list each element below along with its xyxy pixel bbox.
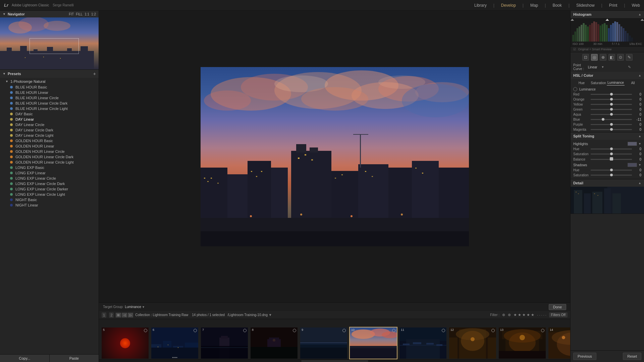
slider-thumb[interactable]: [610, 174, 613, 176]
slider-thumb[interactable]: [610, 93, 613, 96]
radial-filter[interactable]: ⊙: [617, 54, 624, 61]
filmstrip-item-5[interactable]: 5: [101, 327, 149, 359]
preset-day-linear-circle[interactable]: DAY Linear Circle: [0, 122, 99, 127]
preset-blue-hour-linear[interactable]: BLUE HOUR Linear: [0, 90, 99, 95]
preset-blue-hour-linear-circle[interactable]: BLUE HOUR Linear Circle: [0, 95, 99, 101]
slider-thumb[interactable]: [610, 103, 613, 106]
preset-long-exp-linear[interactable]: LONG EXP Linear: [0, 170, 99, 176]
preset-day-linear-circle-light[interactable]: DAY Linear Circle Light: [0, 133, 99, 138]
hsl-tab-saturation[interactable]: Saturation: [590, 80, 607, 85]
filmstrip-item-6[interactable]: 6: [151, 327, 199, 359]
slider-thumb[interactable]: [610, 123, 613, 126]
filter-icon-1[interactable]: ⊕: [502, 313, 505, 317]
preset-day-linear[interactable]: DAY Linear: [0, 117, 99, 122]
preset-day-linear-circle-dark[interactable]: DAY Linear Circle Dark: [0, 127, 99, 133]
slider-thumb[interactable]: [610, 128, 613, 131]
split-toning-header[interactable]: Split Toning ▲: [571, 132, 644, 140]
nav-web[interactable]: Web: [632, 3, 640, 8]
balance-thumb[interactable]: [610, 157, 613, 161]
nav-next[interactable]: ▷: [128, 313, 133, 317]
graduated-filter[interactable]: ◧: [608, 54, 615, 61]
target-group-dropdown-icon[interactable]: ▼: [142, 305, 145, 309]
preset-night-linear[interactable]: NIGHT Linear: [0, 202, 99, 208]
filmstrip-item-12[interactable]: 12: [448, 327, 497, 359]
slider-thumb[interactable]: [610, 108, 613, 111]
filmstrip-item-8[interactable]: 8: [250, 327, 298, 359]
reset-button[interactable]: Reset: [623, 353, 641, 360]
curve-edit-icon[interactable]: ✎: [628, 65, 641, 69]
slider-track[interactable]: [591, 119, 632, 120]
slider-track[interactable]: [591, 148, 632, 149]
hsl-target-btn[interactable]: [573, 87, 577, 91]
preset-golden-hour-linear-circle-light[interactable]: GOLDEN HOUR Linear Circle Light: [0, 160, 99, 165]
zoom-fit[interactable]: FIT: [69, 12, 74, 16]
slider-track[interactable]: [591, 170, 632, 171]
slider-thumb[interactable]: [610, 147, 613, 150]
filmstrip-item-11[interactable]: 11: [399, 327, 447, 359]
view-compare[interactable]: 2: [109, 312, 114, 318]
nav-library[interactable]: Library: [474, 3, 487, 8]
slider-track[interactable]: [591, 129, 632, 130]
preset-blue-hour-basic[interactable]: BLUE HOUR Basic: [0, 84, 99, 90]
hsl-tab-luminance[interactable]: Luminance: [607, 80, 625, 85]
view-grid[interactable]: ⊞: [116, 313, 121, 317]
view-single[interactable]: 1: [102, 312, 106, 318]
smart-preview-checkbox[interactable]: ☑: [573, 48, 576, 51]
slider-track[interactable]: [591, 94, 632, 95]
nav-slideshow[interactable]: Slideshow: [576, 3, 595, 8]
nav-develop[interactable]: Develop: [501, 3, 516, 8]
hsl-header[interactable]: HSL / Color ▲: [571, 72, 644, 79]
highlights-color-picker[interactable]: [628, 142, 637, 146]
copy-button[interactable]: Copy...: [0, 355, 50, 362]
previous-button[interactable]: Previous: [573, 353, 596, 360]
slider-thumb[interactable]: [610, 153, 613, 155]
preset-long-exp-linear-circle-dark[interactable]: LONG EXP Linear Circle Dark: [0, 181, 99, 186]
filters-off-button[interactable]: Filters Off: [549, 312, 568, 317]
filmstrip-item-9[interactable]: 9: [300, 327, 348, 359]
balance-track[interactable]: [591, 159, 632, 160]
preset-day-basic[interactable]: DAY Basic: [0, 111, 99, 117]
preset-long-exp-basic[interactable]: LONG EXP Basic: [0, 165, 99, 170]
hsl-tab-all[interactable]: All: [625, 80, 641, 85]
preset-golden-hour-basic[interactable]: GOLDEN HOUR Basic: [0, 138, 99, 143]
point-curve-value[interactable]: Linear: [588, 65, 601, 69]
highlights-dropdown[interactable]: ▼: [638, 142, 641, 145]
filename-dropdown-icon[interactable]: ▼: [269, 313, 272, 317]
slider-track[interactable]: [591, 124, 632, 125]
histogram-toggle[interactable]: ▲: [638, 13, 641, 16]
presets-add-button[interactable]: +: [93, 71, 96, 76]
shadows-dropdown[interactable]: ▼: [638, 163, 641, 167]
preset-night-basic[interactable]: NIGHT Basic: [0, 197, 99, 202]
histogram-header[interactable]: Histogram ▲: [571, 11, 644, 18]
filmstrip-item-10[interactable]: 10: [349, 327, 397, 359]
shadows-color-picker[interactable]: [628, 163, 637, 167]
zoom-1-1[interactable]: 1:1: [85, 12, 89, 16]
filmstrip-item-13[interactable]: 13: [498, 327, 546, 359]
zoom-fill[interactable]: FILL: [76, 12, 83, 16]
detail-header[interactable]: Detail ▲: [571, 179, 644, 187]
preset-group-header[interactable]: ▼ 1-Photoserge Natural: [0, 78, 99, 84]
crop-tool[interactable]: ⊡: [582, 54, 589, 61]
preset-golden-hour-linear-circle[interactable]: GOLDEN HOUR Linear Circle: [0, 149, 99, 154]
slider-track[interactable]: [591, 154, 632, 155]
slider-thumb[interactable]: [610, 98, 613, 101]
filter-stars[interactable]: ★ ★ ★ ★ ★: [514, 313, 534, 317]
nav-prev[interactable]: ◁: [122, 313, 127, 317]
slider-track[interactable]: [591, 114, 632, 115]
split-toning-toggle[interactable]: ▲: [638, 134, 641, 138]
filmstrip-scrollbar[interactable]: [99, 359, 570, 362]
nav-print[interactable]: Print: [609, 3, 618, 8]
hsl-tab-hue[interactable]: Hue: [573, 80, 590, 85]
slider-track[interactable]: [591, 175, 632, 176]
detail-toggle[interactable]: ▲: [638, 181, 641, 185]
slider-thumb[interactable]: [610, 113, 613, 116]
preset-blue-hour-linear-circle-light[interactable]: BLUE HOUR Linear Circle Light: [0, 106, 99, 111]
preset-long-exp-linear-circle[interactable]: LONG EXP Linear Circle: [0, 176, 99, 181]
preset-golden-hour-linear[interactable]: GOLDEN HOUR Linear: [0, 143, 99, 149]
navigator-header[interactable]: ▼ Navigator FIT FILL 1:1 1:2: [0, 11, 99, 17]
red-eye-tool[interactable]: ⊕: [600, 54, 606, 61]
heal-tool[interactable]: ◎: [591, 54, 598, 61]
nav-book[interactable]: Book: [552, 3, 561, 8]
preset-blue-hour-linear-circle-dark[interactable]: BLUE HOUR Linear Circle Dark: [0, 101, 99, 106]
point-curve-dropdown[interactable]: ▼: [601, 65, 615, 69]
